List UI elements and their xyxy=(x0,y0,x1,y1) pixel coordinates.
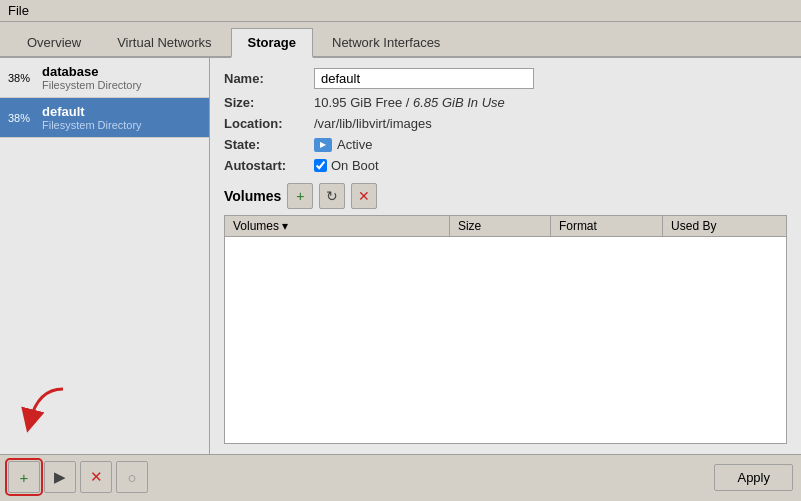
name-value-container xyxy=(314,68,787,89)
autostart-value: On Boot xyxy=(314,158,787,173)
autostart-label: Autostart: xyxy=(224,158,314,173)
state-icon xyxy=(314,138,332,152)
volumes-label: Volumes xyxy=(224,188,281,204)
pool-item-database[interactable]: 38% database Filesystem Directory xyxy=(0,58,209,98)
bottom-toolbar: + ▶ ✕ ○ Apply xyxy=(0,454,801,499)
location-label: Location: xyxy=(224,116,314,131)
file-menu[interactable]: File xyxy=(8,3,29,18)
tab-storage[interactable]: Storage xyxy=(231,28,313,58)
add-pool-button[interactable]: + xyxy=(8,461,40,493)
menubar: File xyxy=(0,0,801,22)
volumes-table: Volumes ▾ Size Format Used By xyxy=(224,215,787,444)
location-value: /var/lib/libvirt/images xyxy=(314,116,787,131)
pool-percent-database: 38% xyxy=(8,72,36,84)
autostart-checkbox[interactable] xyxy=(314,159,327,172)
size-free: 10.95 GiB Free / xyxy=(314,95,409,110)
col-size: Size xyxy=(449,216,550,237)
state-label: State: xyxy=(224,137,314,152)
pool-subtext-database: Filesystem Directory xyxy=(42,79,142,91)
vol-table: Volumes ▾ Size Format Used By xyxy=(225,216,786,237)
tab-overview[interactable]: Overview xyxy=(10,28,98,56)
col-volumes: Volumes ▾ xyxy=(225,216,449,237)
pool-subtext-default: Filesystem Directory xyxy=(42,119,142,131)
size-label: Size: xyxy=(224,95,314,110)
start-pool-button[interactable]: ▶ xyxy=(44,461,76,493)
tab-virtual-networks[interactable]: Virtual Networks xyxy=(100,28,228,56)
name-input[interactable] xyxy=(314,68,534,89)
state-text: Active xyxy=(337,137,372,152)
pool-percent-default: 38% xyxy=(8,112,36,124)
pool-name-database: database xyxy=(42,64,142,79)
pool-item-default[interactable]: 38% default Filesystem Directory xyxy=(0,98,209,138)
pool-list: 38% database Filesystem Directory 38% de… xyxy=(0,58,209,454)
delete-pool-button[interactable]: ○ xyxy=(116,461,148,493)
tab-network-interfaces[interactable]: Network Interfaces xyxy=(315,28,457,56)
volumes-add-button[interactable]: + xyxy=(287,183,313,209)
sort-arrow-icon: ▾ xyxy=(282,219,288,233)
size-value: 10.95 GiB Free / 6.85 GiB In Use xyxy=(314,95,787,110)
size-used: 6.85 GiB In Use xyxy=(413,95,505,110)
content-area: 38% database Filesystem Directory 38% de… xyxy=(0,58,801,454)
state-value: Active xyxy=(314,137,787,152)
col-format: Format xyxy=(550,216,662,237)
apply-button[interactable]: Apply xyxy=(714,464,793,491)
detail-grid: Name: Size: 10.95 GiB Free / 6.85 GiB In… xyxy=(224,68,787,173)
tab-bar: Overview Virtual Networks Storage Networ… xyxy=(0,22,801,58)
volumes-header: Volumes + ↻ ✕ xyxy=(224,183,787,209)
pool-name-default: default xyxy=(42,104,142,119)
volumes-delete-button[interactable]: ✕ xyxy=(351,183,377,209)
right-panel: Name: Size: 10.95 GiB Free / 6.85 GiB In… xyxy=(210,58,801,454)
autostart-text: On Boot xyxy=(331,158,379,173)
left-panel: 38% database Filesystem Directory 38% de… xyxy=(0,58,210,454)
stop-pool-button[interactable]: ✕ xyxy=(80,461,112,493)
name-label: Name: xyxy=(224,68,314,89)
volumes-refresh-button[interactable]: ↻ xyxy=(319,183,345,209)
col-usedby: Used By xyxy=(663,216,786,237)
